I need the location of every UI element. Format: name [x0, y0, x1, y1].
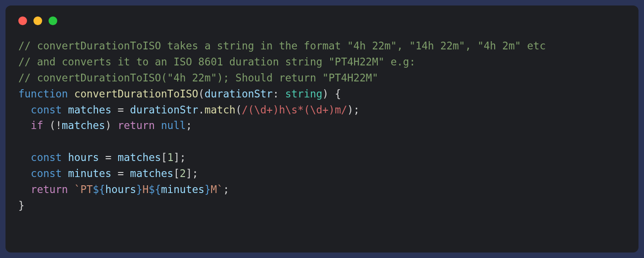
code-token: durationStr [130, 104, 198, 116]
code-token: ` [74, 183, 81, 195]
code-token: ${ [148, 183, 161, 195]
code-token: [ [174, 167, 180, 179]
code-line: const matches = durationStr.match(/(\d+)… [18, 104, 360, 116]
code-token: matches [130, 167, 174, 179]
code-line: const minutes = matches[2]; [18, 167, 198, 179]
code-token: } [204, 183, 211, 195]
code-token: ; [223, 183, 229, 195]
code-token: M [211, 183, 217, 195]
code-token: return [31, 183, 68, 195]
code-token: function [18, 88, 68, 100]
close-icon[interactable] [18, 16, 27, 25]
code-token: // convertDurationToISO("4h 22m"); Shoul… [18, 72, 378, 84]
code-token: durationStr [204, 88, 273, 100]
code-token: = [99, 151, 118, 163]
code-token: ( [198, 88, 205, 100]
code-token [18, 104, 31, 116]
code-token: // and converts it to an ISO 8601 durati… [18, 56, 415, 68]
code-token [18, 151, 31, 163]
window-controls [18, 16, 626, 25]
code-token: match [204, 104, 235, 116]
code-token: ]; [174, 151, 186, 163]
code-line: return `PT${hours}H${minutes}M`; [18, 183, 229, 195]
maximize-icon[interactable] [49, 16, 57, 25]
code-token [18, 167, 31, 179]
code-token: } [136, 183, 142, 195]
code-token: } [18, 199, 25, 211]
code-token [68, 88, 74, 100]
code-token: if [31, 119, 43, 131]
code-line: const hours = matches[1]; [18, 151, 186, 163]
code-token: // convertDurationToISO takes a string i… [18, 40, 546, 52]
code-token: ${ [93, 183, 105, 195]
code-token: [ [161, 151, 168, 163]
code-token [18, 119, 31, 131]
code-token [62, 151, 68, 163]
code-token: H [142, 183, 149, 195]
code-token: matches [118, 151, 161, 163]
code-token: ( [235, 104, 242, 116]
code-token: hours [105, 183, 136, 195]
code-block[interactable]: // convertDurationToISO takes a string i… [18, 38, 626, 214]
code-line: function convertDurationToISO(durationSt… [18, 88, 341, 100]
code-window: // convertDurationToISO takes a string i… [5, 5, 639, 253]
code-token: 2 [180, 167, 186, 179]
code-token [18, 183, 31, 195]
code-token: /(\d+)h\s*(\d+)m/ [242, 104, 347, 116]
code-token: hours [68, 151, 99, 163]
code-token [155, 119, 161, 131]
code-line: } [18, 199, 25, 211]
code-line: if (!matches) return null; [18, 119, 192, 131]
code-token: : [273, 88, 285, 100]
code-token [62, 104, 68, 116]
code-token: const [31, 151, 62, 163]
code-token: ` [217, 183, 224, 195]
code-token: return [118, 119, 155, 131]
code-token: minutes [68, 167, 111, 179]
code-token [62, 167, 68, 179]
code-token: (! [43, 119, 62, 131]
code-line: // convertDurationToISO("4h 22m"); Shoul… [18, 72, 378, 84]
code-token: convertDurationToISO [74, 88, 198, 100]
code-token: ); [347, 104, 360, 116]
code-token: const [31, 167, 62, 179]
code-token: ) { [322, 88, 341, 100]
code-token: ) [105, 119, 118, 131]
code-token: null [161, 119, 186, 131]
code-token: string [285, 88, 322, 100]
code-token: ; [186, 119, 192, 131]
code-token: = [111, 104, 130, 116]
code-line: // convertDurationToISO takes a string i… [18, 40, 546, 52]
code-token: const [31, 104, 62, 116]
code-token: minutes [161, 183, 205, 195]
code-token: = [111, 167, 130, 179]
code-token: . [198, 104, 205, 116]
minimize-icon[interactable] [33, 16, 42, 25]
code-token: PT [80, 183, 93, 195]
code-token: ]; [186, 167, 198, 179]
code-token: matches [62, 119, 105, 131]
code-line: // and converts it to an ISO 8601 durati… [18, 56, 415, 68]
code-token: matches [68, 104, 111, 116]
code-token [68, 183, 74, 195]
code-token: 1 [167, 151, 174, 163]
